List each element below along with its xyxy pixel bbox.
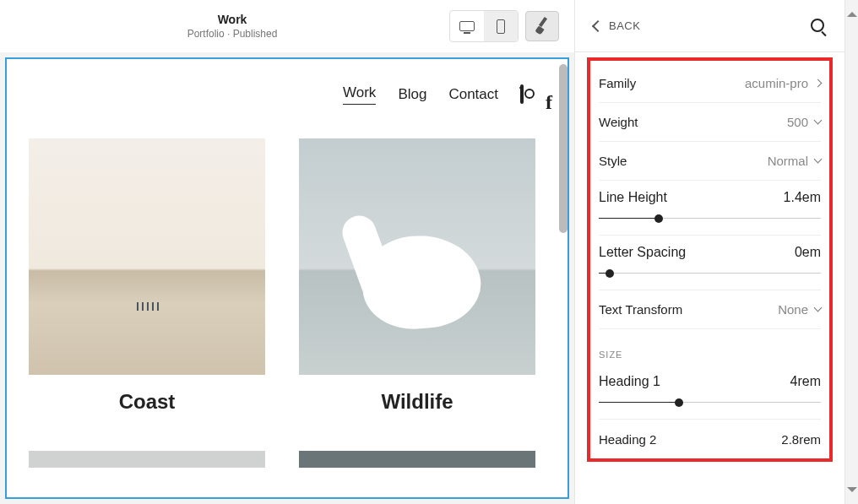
- page-title: Work: [15, 13, 449, 26]
- gallery-thumb[interactable]: [29, 451, 265, 468]
- preview-header: Work Portfolio · Published: [0, 0, 574, 52]
- device-toggle: [449, 10, 519, 42]
- gallery-caption: Wildlife: [299, 390, 535, 414]
- weight-row[interactable]: Weight 500: [599, 103, 821, 142]
- letter-spacing-row: Letter Spacing 0em: [599, 236, 821, 290]
- gallery-thumb: [29, 138, 265, 375]
- preview-frame[interactable]: Work Blog Contact Coast Wildlif: [5, 57, 569, 499]
- chevron-right-icon: [814, 79, 823, 88]
- monitor-icon: [459, 21, 475, 31]
- panel-scrollbar[interactable]: [844, 0, 858, 504]
- page-title-block: Work Portfolio · Published: [15, 13, 449, 40]
- line-height-slider[interactable]: [599, 213, 821, 225]
- gallery-card[interactable]: Wildlife: [299, 138, 535, 414]
- gallery-thumb: [299, 138, 535, 375]
- chevron-down-icon: [814, 304, 823, 312]
- gallery-grid-row2: [29, 451, 546, 468]
- gallery-thumb[interactable]: [299, 451, 535, 468]
- styles-button[interactable]: [525, 11, 559, 41]
- style-panel: BACK Family acumin-pro Weight 500 S: [574, 0, 858, 504]
- heading1-row: Heading 1 4rem: [599, 365, 821, 420]
- size-section-header: SIZE: [599, 329, 821, 365]
- panel-topbar: BACK: [575, 0, 844, 52]
- site-preview: Work Blog Contact Coast Wildlif: [7, 59, 567, 493]
- gallery-card[interactable]: Coast: [29, 138, 265, 414]
- chevron-left-icon: [592, 19, 604, 31]
- chevron-down-icon: [814, 155, 823, 164]
- instagram-icon[interactable]: [520, 86, 524, 103]
- nav-link-contact[interactable]: Contact: [448, 86, 498, 103]
- desktop-view-button[interactable]: [450, 11, 484, 41]
- mobile-view-button[interactable]: [484, 11, 518, 41]
- line-height-row: Line Height 1.4em: [599, 181, 821, 236]
- gallery-caption: Coast: [29, 390, 265, 414]
- preview-scrollbar[interactable]: [559, 64, 567, 233]
- phone-icon: [497, 19, 505, 34]
- text-transform-row[interactable]: Text Transform None: [599, 290, 821, 329]
- heading1-slider[interactable]: [599, 397, 821, 409]
- preview-area: Work Blog Contact Coast Wildlif: [0, 52, 574, 504]
- nav-link-work[interactable]: Work: [343, 84, 376, 105]
- site-nav: Work Blog Contact: [29, 84, 546, 105]
- search-icon[interactable]: [811, 19, 826, 34]
- preview-column: Work Portfolio · Published Work Blog Con…: [0, 0, 574, 504]
- style-row[interactable]: Style Normal: [599, 142, 821, 181]
- nav-link-blog[interactable]: Blog: [398, 86, 426, 103]
- back-label: BACK: [609, 19, 640, 32]
- letter-spacing-slider[interactable]: [599, 268, 821, 279]
- page-subtitle: Portfolio · Published: [15, 28, 449, 40]
- chevron-down-icon: [814, 117, 823, 125]
- highlighted-settings: Family acumin-pro Weight 500 Style Norma…: [587, 57, 833, 462]
- back-button[interactable]: BACK: [594, 19, 640, 32]
- family-row[interactable]: Family acumin-pro: [599, 64, 821, 103]
- gallery-grid: Coast Wildlife: [29, 138, 546, 414]
- heading2-row[interactable]: Heading 2 2.8rem: [599, 420, 821, 458]
- panel-body: Family acumin-pro Weight 500 Style Norma…: [575, 52, 844, 504]
- brush-icon: [535, 19, 550, 34]
